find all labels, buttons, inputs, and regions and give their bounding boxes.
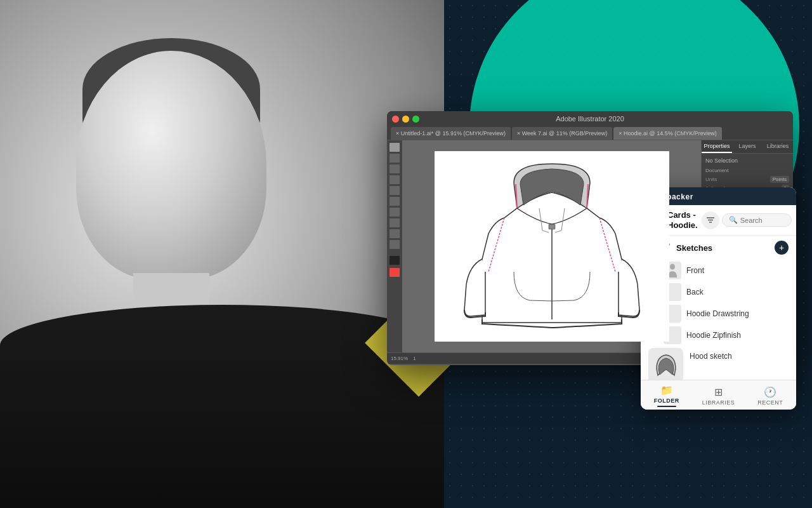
ai-canvas-area	[402, 140, 701, 352]
ai-tabs-bar: × Untitled-1.ai* @ 15.91% (CMYK/Preview)…	[387, 126, 793, 140]
tp-sketch-name-hood: Hood sketch	[690, 352, 732, 361]
tp-filter-button[interactable]	[702, 211, 719, 229]
tp-sketch-name-zipfinish: Hoodie Zipfinish	[686, 331, 741, 340]
minimize-button[interactable]	[402, 116, 409, 123]
tp-folder-label: FOLDER	[654, 398, 679, 404]
hoodie-sketch-svg	[450, 157, 653, 335]
ai-zoom-level: 15.91%	[391, 356, 408, 361]
tp-libraries-label: LIBRARIES	[702, 399, 735, 406]
photo-background	[0, 0, 444, 508]
tp-search-icon: 🔍	[729, 216, 738, 224]
ai-libraries-tab[interactable]: Libraries	[763, 140, 793, 153]
person-head	[76, 51, 266, 279]
ai-titlebar: Adobe Illustrator 2020	[387, 111, 793, 126]
ai-select-tool[interactable]	[390, 143, 400, 152]
tp-search-input[interactable]	[740, 217, 785, 224]
filter-icon	[706, 217, 715, 224]
tp-sketch-name-back: Back	[686, 288, 704, 297]
ai-canvas	[435, 151, 669, 342]
ai-panel-tabs: Properties Layers Libraries	[702, 140, 793, 154]
fullscreen-button[interactable]	[412, 116, 419, 123]
ai-gradient-tool[interactable]	[390, 218, 400, 227]
ai-window-title: Adobe Illustrator 2020	[556, 115, 624, 123]
tp-footer-libraries[interactable]: ⊞ LIBRARIES	[693, 386, 745, 406]
ai-artboard-indicator: 1	[413, 356, 416, 361]
tp-sketch-item-hood[interactable]: Hood sketch	[641, 346, 796, 380]
tp-sketch-name-drawstring: Hoodie Drawstring	[686, 309, 749, 318]
ai-brush-tool[interactable]	[390, 197, 400, 206]
ai-shape-tool[interactable]	[390, 186, 400, 195]
ai-scale-tool[interactable]	[390, 208, 400, 217]
tp-folder-icon: 📁	[660, 384, 673, 396]
ai-pen-tool[interactable]	[390, 164, 400, 173]
ai-type-tool[interactable]	[390, 175, 400, 184]
tp-sketches-title: Sketches	[676, 243, 712, 253]
ai-eyedropper-tool[interactable]	[390, 229, 400, 238]
tp-sketch-thumb-hood-large	[648, 348, 683, 380]
ai-color-swatch[interactable]	[390, 268, 400, 277]
ai-direct-select-tool[interactable]	[390, 154, 400, 163]
tp-footer-folder[interactable]: 📁 FOLDER	[641, 384, 693, 407]
tp-footer-recent[interactable]: 🕐 RECENT	[744, 386, 796, 406]
ai-document-label: Document	[705, 168, 789, 173]
tp-card-title: Cards -Hoodie.	[667, 210, 698, 230]
ai-units-row: Units Points	[705, 176, 789, 183]
tp-recent-icon: 🕐	[764, 386, 776, 398]
tp-libraries-icon: ⊞	[714, 386, 723, 398]
ai-tab-untitled[interactable]: × Untitled-1.ai* @ 15.91% (CMYK/Preview)	[391, 127, 511, 140]
ai-zoom-tool[interactable]	[390, 240, 400, 249]
svg-point-6	[670, 264, 675, 270]
tp-footer: 📁 FOLDER ⊞ LIBRARIES 🕐 RECENT	[641, 380, 796, 410]
ai-properties-tab[interactable]: Properties	[702, 140, 732, 153]
traffic-lights	[392, 116, 419, 123]
tp-folder-indicator	[657, 406, 676, 407]
tp-sketch-name-front: Front	[686, 266, 704, 275]
close-button[interactable]	[392, 116, 399, 123]
svg-rect-1	[549, 224, 555, 229]
ai-tab-hoodie[interactable]: × Hoodie.ai @ 14.5% (CMYK/Preview)	[613, 127, 721, 140]
ai-no-selection: No Selection	[705, 157, 789, 164]
ai-fill-swatch[interactable]	[390, 256, 400, 265]
tp-nav-actions: 🔍	[702, 211, 792, 229]
ai-tab-week7[interactable]: × Week 7.ai @ 11% (RGB/Preview)	[512, 127, 612, 140]
tp-sketches-add-button[interactable]: +	[775, 241, 789, 255]
ai-layers-tab[interactable]: Layers	[732, 140, 763, 153]
tp-recent-label: RECENT	[757, 399, 783, 406]
tp-search-box: 🔍	[722, 213, 792, 227]
ai-toolbar	[387, 140, 402, 352]
hood-sketch-mini-icon	[650, 350, 682, 380]
